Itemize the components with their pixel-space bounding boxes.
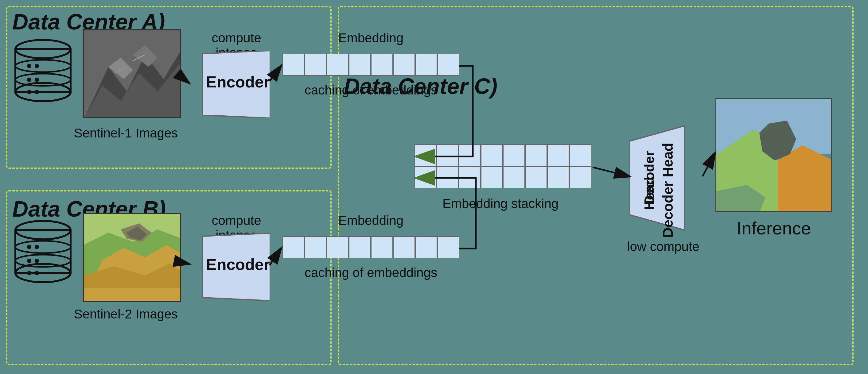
emb-cell-a4	[349, 54, 371, 76]
inference-image	[715, 98, 832, 212]
svg-point-29	[27, 271, 31, 275]
low-compute-label: low compute	[626, 239, 700, 254]
emb-cell-b1	[282, 236, 305, 258]
caching-label-a: caching of embeddings	[282, 83, 459, 98]
grid-cell-13	[503, 166, 525, 189]
grid-cell-16	[569, 166, 591, 189]
grid-cell-5	[503, 144, 525, 166]
svg-point-26	[35, 245, 39, 249]
svg-point-5	[27, 64, 31, 68]
svg-point-24	[16, 254, 71, 267]
svg-point-27	[27, 259, 31, 263]
svg-rect-37	[84, 288, 181, 302]
grid-cell-10	[437, 166, 459, 189]
emb-cell-a5	[371, 54, 393, 76]
svg-point-30	[35, 271, 39, 275]
grid-cell-12	[481, 166, 503, 189]
embedding-strip-b	[282, 236, 459, 258]
encoder-shape-b: Encoder	[184, 233, 270, 301]
emb-cell-a2	[305, 54, 327, 76]
grid-cell-1	[414, 144, 437, 166]
svg-text:Encoder: Encoder	[206, 73, 270, 91]
embedding-strip-a	[282, 54, 459, 76]
embedding-label-a: Embedding	[282, 31, 459, 45]
embedding-label-b: Embedding	[282, 213, 459, 228]
emb-cell-b6	[393, 236, 415, 258]
emb-cell-b2	[305, 236, 327, 258]
sentinel1-image	[83, 29, 181, 118]
svg-point-6	[35, 64, 39, 68]
emb-cell-a7	[415, 54, 437, 76]
svg-point-9	[27, 90, 31, 94]
svg-text:Encoder: Encoder	[206, 256, 270, 273]
grid-cell-11	[459, 166, 481, 189]
grid-cell-2	[437, 144, 459, 166]
svg-point-3	[16, 60, 71, 72]
emb-cell-b3	[327, 236, 349, 258]
svg-point-10	[35, 90, 39, 94]
grid-cell-6	[525, 144, 547, 166]
emb-cell-b5	[371, 236, 393, 258]
grid-cell-7	[547, 144, 569, 166]
svg-point-25	[27, 245, 31, 249]
emb-cell-a8	[437, 54, 459, 76]
svg-point-23	[16, 241, 71, 253]
svg-point-28	[35, 259, 39, 263]
grid-cell-4	[481, 144, 503, 166]
sentinel2-label: Sentinel-2 Images	[71, 307, 181, 321]
svg-point-4	[16, 74, 71, 86]
encoder-shape-a: Encoder	[184, 50, 270, 118]
grid-cell-8	[569, 144, 591, 166]
database-icon-a	[12, 37, 74, 104]
emb-cell-b8	[437, 236, 459, 258]
diagram-container: Data Center A) Data Center B) Data Cente…	[0, 0, 868, 374]
emb-cell-a3	[327, 54, 349, 76]
sentinel1-label: Sentinel-1 Images	[71, 126, 181, 140]
grid-cell-15	[547, 166, 569, 189]
grid-cell-9	[414, 166, 437, 189]
sentinel2-image	[83, 213, 181, 302]
grid-cell-14	[525, 166, 547, 189]
svg-point-8	[35, 78, 39, 82]
database-icon-b	[12, 218, 74, 285]
embedding-stacking-grid	[414, 144, 591, 189]
embedding-stacking-label: Embedding stacking	[405, 196, 596, 211]
emb-cell-b4	[349, 236, 371, 258]
inference-label: Inference	[715, 218, 832, 238]
emb-cell-a6	[393, 54, 415, 76]
grid-cell-3	[459, 144, 481, 166]
emb-cell-b7	[415, 236, 437, 258]
svg-point-7	[27, 78, 31, 82]
emb-cell-a1	[282, 54, 305, 76]
decoder-text: Decoder Head	[632, 138, 703, 242]
caching-label-b: caching of embeddings	[282, 265, 459, 280]
